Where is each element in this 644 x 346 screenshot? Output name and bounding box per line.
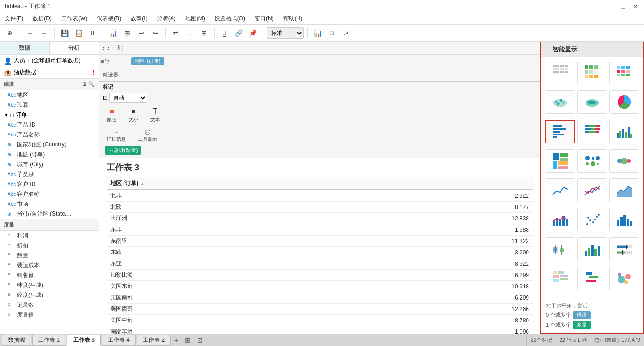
chart-treemap[interactable] [545, 149, 575, 173]
tab-sheet4[interactable]: 工作表 4 [102, 335, 136, 346]
toolbar-union-btn[interactable]: ⊞ [121, 27, 133, 39]
menu-format[interactable]: 设置格式(O) [213, 14, 247, 24]
field-customer-id[interactable]: Abc 客户 ID [0, 179, 99, 189]
toolbar-sort-btn[interactable]: ⤓ [184, 27, 196, 39]
menu-file[interactable]: 文件(F) [3, 14, 25, 24]
field-measure-values[interactable]: # 度量值 [0, 310, 99, 320]
toolbar-link-btn[interactable]: 🔗 [232, 27, 245, 39]
field-sales[interactable]: # 销售额 [0, 270, 99, 280]
chart-symbol-map[interactable] [545, 90, 575, 114]
add-sheet-btn[interactable]: + [172, 336, 181, 345]
field-subcategory[interactable]: Abc 子类别 [0, 169, 99, 179]
table-row[interactable]: 美国南部6,209 [107, 292, 533, 304]
toolbar-share-btn[interactable]: ↗ [340, 27, 352, 39]
table-row[interactable]: 东欧3,609 [107, 247, 533, 258]
chart-side-by-side-circle[interactable] [609, 149, 639, 173]
field-record-count[interactable]: # 记录数 [0, 300, 99, 310]
field-longitude[interactable]: # 经度(生成) [0, 290, 99, 300]
menu-map[interactable]: 地图(M) [183, 14, 207, 24]
field-state[interactable]: ⊕ 省/市/自治区 (State/... [0, 209, 99, 219]
toolbar-redo-btn[interactable]: ↪ [149, 27, 162, 39]
field-discount[interactable]: # 折扣 [0, 241, 99, 251]
show-hide-btn[interactable]: ⊡ [194, 336, 206, 345]
toolbar-pin-btn[interactable]: 📌 [247, 27, 259, 39]
chart-stacked-bar[interactable] [577, 120, 607, 143]
tab-data[interactable]: 数据 [0, 42, 50, 54]
toolbar-back-btn[interactable]: ← [24, 27, 36, 39]
field-profit[interactable]: # 利润 [0, 231, 99, 241]
chart-dual-combination[interactable] [545, 208, 575, 231]
menu-worksheet[interactable]: 工作表(W) [59, 14, 89, 24]
menu-analysis[interactable]: 分析(A) [155, 14, 178, 24]
chart-histogram[interactable] [609, 208, 639, 231]
minimize-button[interactable]: ─ [607, 3, 616, 10]
toolbar-forward-btn[interactable]: → [38, 27, 50, 39]
toolbar-home-btn[interactable]: ⊕ [4, 27, 16, 39]
toolbar-pause-btn[interactable]: ⏸ [87, 27, 99, 39]
chart-text-table[interactable] [545, 61, 575, 84]
chart-filled-map[interactable] [577, 90, 607, 114]
toolbar-new-datasource-btn[interactable]: 📊 [107, 27, 119, 39]
field-product-name[interactable]: Abc 产品名称 [0, 130, 99, 140]
chart-bubble[interactable] [609, 267, 639, 290]
chart-gantt[interactable] [577, 267, 607, 290]
chart-area[interactable] [609, 178, 639, 202]
tab-sheet2[interactable]: 工作表 2 [137, 335, 171, 346]
field-city[interactable]: ⊕ 城市 (City) [0, 160, 99, 169]
field-region-order[interactable]: ⊕ 地区 (订单) [0, 150, 99, 160]
field-person[interactable]: Abc 珀森 [0, 100, 99, 110]
field-country[interactable]: ⊕ 国家/地区 (Country) [0, 140, 99, 150]
marks-detail-btn[interactable]: ⋯ 详细信息 [103, 127, 130, 145]
menu-dashboard[interactable]: 仪表板(B) [95, 14, 123, 24]
table-row[interactable]: 东南亚11,822 [107, 236, 533, 247]
maximize-button[interactable]: □ [619, 3, 627, 10]
chart-line[interactable] [545, 178, 575, 202]
toolbar-bar-chart-btn[interactable]: 📊 [312, 27, 324, 39]
marks-color-btn[interactable]: ■ 颜色 [103, 105, 121, 126]
field-latitude[interactable]: # 纬度(生成) [0, 280, 99, 290]
chart-horizontal-bar[interactable] [545, 120, 575, 143]
close-button[interactable]: ✕ [631, 3, 640, 10]
marks-tooltip-btn[interactable]: 💬 工具提示 [134, 127, 161, 145]
chart-dual-line[interactable] [577, 178, 607, 202]
chart-heat-map[interactable] [577, 61, 607, 84]
chart-pie[interactable] [609, 90, 639, 114]
menu-story[interactable]: 故事(I) [129, 14, 149, 24]
duplicate-sheet-btn[interactable]: ⊞ [182, 336, 193, 345]
table-row[interactable]: 北欧8,177 [107, 202, 533, 213]
menu-data[interactable]: 数据(D) [31, 14, 54, 24]
table-row[interactable]: 北非2,922 [107, 190, 533, 202]
toolbar-swap-btn[interactable]: ⇄ [170, 27, 182, 39]
datasource-item-orders[interactable]: 👤 人员 + (全球超市订单数据) [0, 55, 99, 67]
field-product-id[interactable]: Abc 产品 ID [0, 120, 99, 130]
table-row[interactable]: 大洋洲12,838 [107, 213, 533, 224]
field-region[interactable]: Abc 地区 [0, 90, 99, 100]
menu-help[interactable]: 帮助(H) [281, 14, 305, 24]
field-quantity[interactable]: # 数量 [0, 251, 99, 261]
field-shipping-cost[interactable]: # 装运成本 [0, 261, 99, 270]
field-market[interactable]: Abc 市场 [0, 199, 99, 209]
tab-sheet1[interactable]: 工作表 1 [32, 335, 66, 346]
chart-box-plot[interactable] [545, 237, 575, 261]
toolbar-underline-btn[interactable]: U̲ [218, 27, 231, 39]
toolbar-group-btn[interactable]: ⊞ [198, 27, 210, 39]
field-customer-name[interactable]: Abc 客户名称 [0, 189, 99, 199]
table-row[interactable]: 美国中部8,780 [107, 315, 533, 326]
rows-pill-region[interactable]: 地区 (订单) [131, 57, 164, 65]
chart-highlight-table[interactable] [609, 61, 639, 84]
chart-scatter[interactable] [577, 208, 607, 231]
marks-type-select[interactable]: 自动 条形图 折线图 [109, 93, 147, 103]
toolbar-save-btn[interactable]: 💾 [58, 27, 71, 39]
table-row[interactable]: 加勒比海6,299 [107, 270, 533, 281]
tab-sheet3[interactable]: 工作表 3 [67, 335, 101, 346]
toolbar-undo-btn[interactable]: ↩ [135, 27, 148, 39]
datasource-item-hotel[interactable]: 🏨 酒店数据 ! [0, 67, 99, 78]
table-row[interactable]: 东非1,688 [107, 224, 533, 236]
dimensions-grid-icon[interactable]: ⊞ [82, 81, 86, 87]
dimensions-search-icon[interactable]: 🔍 [88, 81, 95, 87]
chart-packed-bubble[interactable] [545, 267, 575, 290]
marks-sum-pill[interactable]: ⊡ 总计(数量) [105, 146, 141, 155]
table-row[interactable]: 美国西部12,266 [107, 304, 533, 315]
marks-size-btn[interactable]: ● 大小 [124, 105, 142, 126]
tab-analysis[interactable]: 分析 [50, 42, 99, 54]
